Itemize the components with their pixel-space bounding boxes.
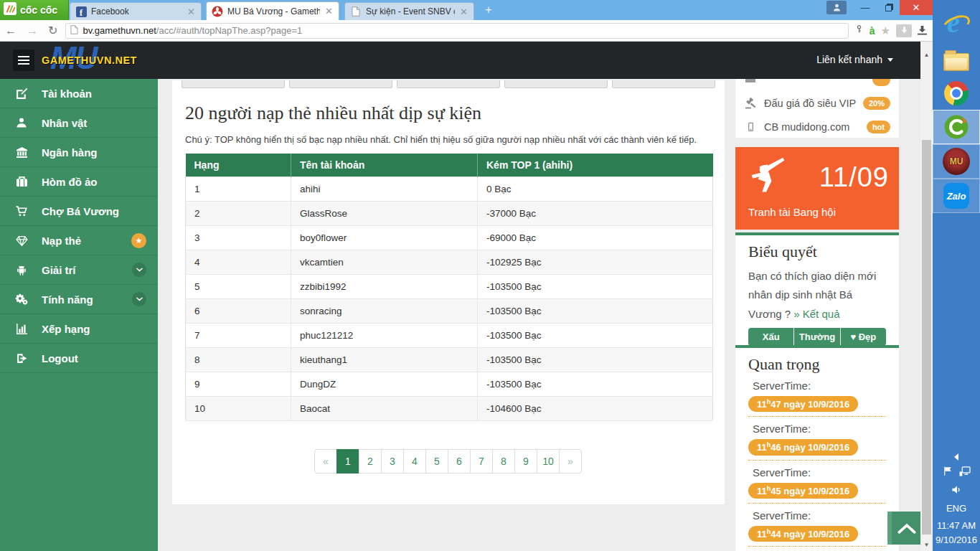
pagination-button[interactable]: » <box>559 449 582 474</box>
profile-button[interactable] <box>826 1 847 14</box>
key-icon[interactable] <box>854 24 864 37</box>
pagination-button[interactable]: 10 <box>537 449 560 474</box>
address-input[interactable]: bv.gamethuvn.net/acc/#auth/topNapThe.asp… <box>65 23 848 39</box>
sidebar-item-label: Tài khoản <box>42 88 92 100</box>
action-center-flag-icon[interactable] <box>943 466 953 479</box>
maximize-button[interactable] <box>877 0 900 15</box>
new-tab-button[interactable]: + <box>479 3 498 17</box>
content-tab-stub[interactable] <box>397 80 500 88</box>
page-scrollbar[interactable]: ▲ ▼ <box>920 42 933 551</box>
minimize-button[interactable]: — <box>854 0 877 15</box>
table-cell: kieuthang1 <box>291 348 478 372</box>
tab-close-icon[interactable]: ✕ <box>187 7 196 17</box>
bookmark-star-icon[interactable]: ★ <box>881 24 890 37</box>
taskbar-icon-zalo[interactable]: Zalo <box>933 179 980 213</box>
volume-icon[interactable] <box>951 484 962 498</box>
taskbar-icon-mu-game[interactable]: MU <box>933 144 980 179</box>
table-row: 4vkcamtien-102925 Bạc <box>186 250 713 275</box>
content-tab-stub[interactable] <box>612 80 715 88</box>
quick-link-item[interactable]: CB mudidong.comhot <box>735 115 899 138</box>
pagination-button[interactable]: 1 <box>336 449 359 474</box>
taskbar-icon-file-explorer[interactable] <box>943 49 969 71</box>
language-indicator[interactable]: ENG <box>946 503 966 514</box>
pagination-button[interactable]: 7 <box>470 449 493 474</box>
back-icon[interactable]: ← <box>0 24 22 37</box>
pagination-button[interactable]: 5 <box>425 449 448 474</box>
quick-link-item[interactable]: Đấu giá đồ siêu VIP20% <box>735 91 899 115</box>
quick-links-dropdown[interactable]: Liên kết nhanh <box>816 54 893 65</box>
cart-icon <box>14 204 29 218</box>
event-label: Tranh tài Bang hội <box>748 206 889 218</box>
content-tab-stub[interactable] <box>289 80 392 88</box>
tab-title: Sự kiện - Event SNBV của t <box>366 6 455 17</box>
scrollbar-thumb[interactable] <box>922 140 931 534</box>
sidebar-item-tài-khoản[interactable]: Tài khoản <box>0 79 158 108</box>
sidebar-list: Tài khoảnNhân vậtNgân hàngHòm đồ ảoChợ B… <box>0 79 158 373</box>
download-arrow-button[interactable] <box>896 24 912 37</box>
sidebar-item-giải-trí[interactable]: Giải trí <box>0 255 158 285</box>
hamburger-menu-icon[interactable] <box>13 50 34 71</box>
sidebar-item-tính-năng[interactable]: Tính năng <box>0 285 158 314</box>
pagination-button[interactable]: « <box>314 449 337 474</box>
sidebar-item-hòm-đồ-ảo[interactable]: Hòm đồ ảo <box>0 167 158 197</box>
vote-button[interactable]: Thường <box>794 328 840 346</box>
table-cell: -103500 Bạc <box>478 275 713 299</box>
vietnamese-input-icon[interactable]: à <box>870 25 875 37</box>
coccoc-menu-button[interactable]: cốc cốc <box>0 0 69 20</box>
tab-close-icon[interactable]: ✕ <box>459 7 468 17</box>
table-cell: -103500 Bạc <box>478 299 713 324</box>
hidden-icons-arrow[interactable] <box>954 453 958 461</box>
sidebar-item-ngân-hàng[interactable]: Ngân hàng <box>0 138 158 167</box>
scroll-to-top-button[interactable] <box>887 512 920 545</box>
site-logo[interactable]: MU GAMETHUVN.NET <box>42 42 156 79</box>
scrollbar-up-arrow[interactable]: ▲ <box>920 52 933 58</box>
table-row: 8kieuthang1-103500 Bạc <box>186 348 713 372</box>
forward-icon[interactable]: → <box>22 24 43 37</box>
taskbar-icon-coccoc[interactable] <box>933 110 980 144</box>
pagination-button[interactable]: 8 <box>492 449 515 474</box>
sidebar-item-label: Logout <box>42 352 78 364</box>
sidebar-item-label: Tính năng <box>42 293 93 306</box>
sidebar-item-logout[interactable]: Logout <box>0 344 158 373</box>
chevron-down-icon[interactable] <box>132 263 146 277</box>
close-button[interactable]: ✕ <box>900 0 933 15</box>
chevron-down-icon[interactable] <box>132 292 146 306</box>
browser-tab[interactable]: Sự kiện - Event SNBV của t✕ <box>344 2 474 20</box>
table-cell: 4 <box>186 250 291 275</box>
pagination-button[interactable]: 6 <box>448 449 471 474</box>
table-cell: 9 <box>186 372 291 397</box>
vote-result-link[interactable]: » Kết quả <box>793 308 839 320</box>
coccoc-brand-label: cốc cốc <box>20 4 57 16</box>
browser-window: cốc cốc fFacebook✕MU Bá Vương - GamethuV… <box>0 0 933 551</box>
browser-tab[interactable]: fFacebook✕ <box>70 2 202 20</box>
content-tab-stub[interactable] <box>182 80 285 88</box>
coccoc-logo-icon <box>4 2 17 18</box>
sidebar-item-xếp-hạng[interactable]: Xếp hạng <box>0 314 158 344</box>
pagination-button[interactable]: 2 <box>359 449 382 474</box>
taskbar-icon-internet-explorer[interactable]: e <box>942 10 971 39</box>
sidebar-item-nạp-thẻ[interactable]: Nạp thẻ★ <box>0 226 158 255</box>
taskbar-icon-chrome[interactable] <box>944 81 969 105</box>
clock[interactable]: 11:47 AM 9/10/2016 <box>936 519 977 547</box>
sidebar-item-label: Chợ Bá Vương <box>42 205 119 217</box>
phone-icon <box>744 121 757 133</box>
server-time-entry: ServerTime:11h47 ngày 10/9/2016 <box>748 374 886 417</box>
network-icon[interactable] <box>959 466 971 479</box>
pagination-button[interactable]: 3 <box>381 449 404 474</box>
browser-tab[interactable]: MU Bá Vương - GamethuV✕ <box>206 1 339 20</box>
vote-button[interactable]: ♥ Đẹp <box>841 328 886 346</box>
scrollbar-down-arrow[interactable]: ▼ <box>920 542 933 548</box>
window-controls: — ✕ <box>826 0 933 15</box>
event-banner[interactable]: 11/09 Tranh tài Bang hội <box>735 147 899 230</box>
pagination-button[interactable]: 9 <box>514 449 537 474</box>
sidebar-item-chợ-bá-vương[interactable]: Chợ Bá Vương <box>0 197 158 226</box>
content-tab-stub[interactable] <box>504 80 608 88</box>
pagination-button[interactable]: 4 <box>403 449 426 474</box>
downloads-icon[interactable] <box>918 26 927 35</box>
vote-button[interactable]: Xấu <box>748 328 794 346</box>
diamond-icon <box>14 233 29 248</box>
tab-favicon-page <box>350 6 362 17</box>
reload-icon[interactable]: ↻ <box>43 24 62 37</box>
sidebar-item-nhân-vật[interactable]: Nhân vật <box>0 108 158 138</box>
tab-close-icon[interactable]: ✕ <box>324 6 334 16</box>
